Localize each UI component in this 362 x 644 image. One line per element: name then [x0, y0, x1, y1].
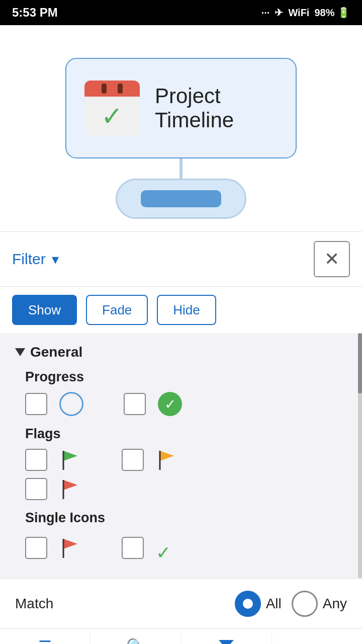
- filter-panel: General Progress ✓ Flags: [0, 333, 362, 578]
- flag-green-item: [25, 449, 81, 471]
- preview-area: ✓ Project Timeline: [0, 25, 362, 231]
- general-header: General: [15, 344, 347, 360]
- filter-icon: [218, 637, 235, 644]
- card-title: Project Timeline: [155, 84, 278, 132]
- battery-icon: 98% 🔋: [314, 7, 350, 19]
- progress-circle-done-icon: ✓: [158, 392, 182, 416]
- wifi-icon: WiFi: [288, 7, 309, 19]
- svg-marker-6: [63, 539, 77, 549]
- cal-checkmark: ✓: [101, 103, 123, 129]
- match-all-item[interactable]: All: [235, 591, 282, 617]
- checkbox-flag-green[interactable]: [25, 449, 47, 471]
- scrollbar-thumb[interactable]: [358, 333, 362, 393]
- close-icon: ✕: [324, 249, 339, 270]
- checkbox-single-green[interactable]: [122, 537, 144, 559]
- hide-button[interactable]: Hide: [157, 295, 216, 325]
- checkbox-flag-red[interactable]: [25, 478, 47, 500]
- checkbox-empty-2[interactable]: [124, 393, 146, 415]
- flag-red-item: [25, 478, 81, 500]
- connector-rect: [141, 190, 221, 207]
- filter-left: Filter ▾: [12, 251, 59, 268]
- green-flag-icon: [59, 449, 81, 471]
- single-icons-label: Single Icons: [25, 510, 347, 526]
- progress-label: Progress: [25, 369, 347, 385]
- scrollbar-track[interactable]: [358, 333, 362, 578]
- progress-row-1: ✓: [25, 392, 347, 416]
- match-any-item[interactable]: Any: [292, 591, 347, 617]
- nav-filter[interactable]: Filter: [182, 629, 272, 644]
- status-icons: ··· ✈ WiFi 98% 🔋: [261, 7, 350, 19]
- checkbox-empty-1[interactable]: [25, 393, 47, 415]
- svg-marker-2: [160, 451, 174, 461]
- progress-item-empty: [25, 392, 83, 416]
- general-section: General Progress ✓ Flags: [0, 333, 362, 578]
- close-button[interactable]: ✕: [314, 241, 350, 277]
- match-all-label: All: [266, 596, 282, 612]
- filter-label: Filter: [12, 251, 46, 268]
- match-any-label: Any: [323, 596, 347, 612]
- connector-line: [179, 158, 183, 179]
- menu-icon: ☰: [38, 637, 52, 644]
- nav-check[interactable]: ✓: [272, 629, 362, 644]
- radio-any-empty[interactable]: [292, 591, 318, 617]
- triangle-down-icon: [15, 348, 25, 356]
- radio-all-inner: [243, 599, 253, 609]
- svg-marker-4: [63, 480, 77, 490]
- flags-row-2: [25, 478, 347, 500]
- single-red-flag-icon: [59, 537, 81, 559]
- general-title: General: [30, 344, 82, 360]
- action-bar: Show Fade Hide: [0, 287, 362, 333]
- svg-text:✓: ✓: [156, 542, 168, 559]
- status-time: 5:53 PM: [12, 6, 58, 20]
- checkbox-flag-yellow[interactable]: [122, 449, 144, 471]
- nav-menu[interactable]: ☰ Menu: [0, 629, 90, 644]
- project-card: ✓ Project Timeline: [65, 58, 297, 158]
- show-button[interactable]: Show: [12, 295, 77, 325]
- bottom-nav: ☰ Menu 🔍 Search Filter ✓: [0, 628, 362, 644]
- single-icon-red-item: [25, 537, 81, 559]
- match-label: Match: [15, 596, 225, 612]
- single-icon-green-item: ✓: [122, 537, 168, 559]
- chevron-down-icon[interactable]: ▾: [52, 251, 59, 268]
- search-icon: 🔍: [126, 637, 145, 644]
- radio-all-filled[interactable]: [235, 591, 261, 617]
- fade-button[interactable]: Fade: [86, 295, 148, 325]
- cal-ring-left: [102, 84, 107, 94]
- connector-oval: [116, 179, 246, 219]
- single-green-icon: ✓: [156, 537, 168, 559]
- flags-subsection: Flags: [25, 426, 347, 500]
- status-bar: 5:53 PM ··· ✈ WiFi 98% 🔋: [0, 0, 362, 25]
- calendar-icon: ✓: [84, 80, 140, 136]
- red-flag-icon: [59, 478, 81, 500]
- nav-search[interactable]: 🔍 Search: [90, 629, 181, 644]
- flags-row-1: [25, 449, 347, 471]
- filter-bar: Filter ▾ ✕: [0, 231, 362, 287]
- cal-ring-right: [118, 84, 123, 94]
- flags-label: Flags: [25, 426, 347, 442]
- checkbox-single-red[interactable]: [25, 537, 47, 559]
- single-icons-row-1: ✓: [25, 533, 347, 563]
- single-icons-subsection: Single Icons ✓: [25, 510, 347, 563]
- progress-subsection: Progress ✓: [25, 369, 347, 416]
- progress-circle-empty-icon: [59, 392, 83, 416]
- flag-yellow-item: [122, 449, 178, 471]
- airplane-icon: ✈: [275, 7, 283, 19]
- signal-icon: ···: [261, 7, 270, 19]
- progress-item-done: ✓: [124, 392, 182, 416]
- connector: [116, 158, 246, 219]
- svg-marker-0: [63, 451, 77, 461]
- match-bar: Match All Any: [0, 578, 362, 628]
- yellow-flag-icon: [156, 449, 178, 471]
- svg-marker-9: [219, 640, 234, 644]
- match-radio-group: All Any: [235, 591, 347, 617]
